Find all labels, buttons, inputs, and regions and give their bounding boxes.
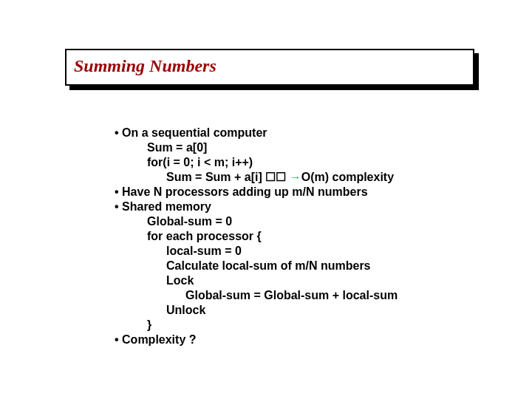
complexity-text: O(m) complexity: [301, 171, 394, 183]
bullet-complexity-question: • Complexity ?: [115, 332, 398, 347]
placeholder-boxes: ☐☐: [265, 171, 289, 183]
code-text: Sum = Sum + a[i]: [166, 171, 265, 183]
code-line: for each processor {: [115, 229, 398, 244]
code-line: Global-sum = 0: [115, 214, 398, 229]
arrow-icon: →: [290, 171, 301, 183]
code-line: Sum = a[0]: [115, 140, 398, 155]
bullet-n-processors: • Have N processors adding up m/N number…: [115, 185, 398, 200]
code-line: Unlock: [115, 303, 398, 318]
code-line-complexity: Sum = Sum + a[i] ☐☐ →O(m) complexity: [115, 170, 398, 185]
bullet-shared-memory: • Shared memory: [115, 200, 398, 214]
slide-title: Summing Numbers: [74, 56, 216, 76]
title-frame: Summing Numbers: [65, 49, 474, 86]
code-line: local-sum = 0: [115, 244, 398, 259]
code-line: Lock: [115, 273, 398, 288]
code-line: for(i = 0; i < m; i++): [115, 155, 398, 170]
code-line: }: [115, 318, 398, 332]
title-box: Summing Numbers: [65, 49, 474, 86]
bullet-sequential: • On a sequential computer: [115, 126, 398, 140]
slide-body: • On a sequential computer Sum = a[0] fo…: [115, 126, 398, 347]
code-line: Global-sum = Global-sum + local-sum: [115, 288, 398, 303]
code-line: Calculate local-sum of m/N numbers: [115, 259, 398, 273]
